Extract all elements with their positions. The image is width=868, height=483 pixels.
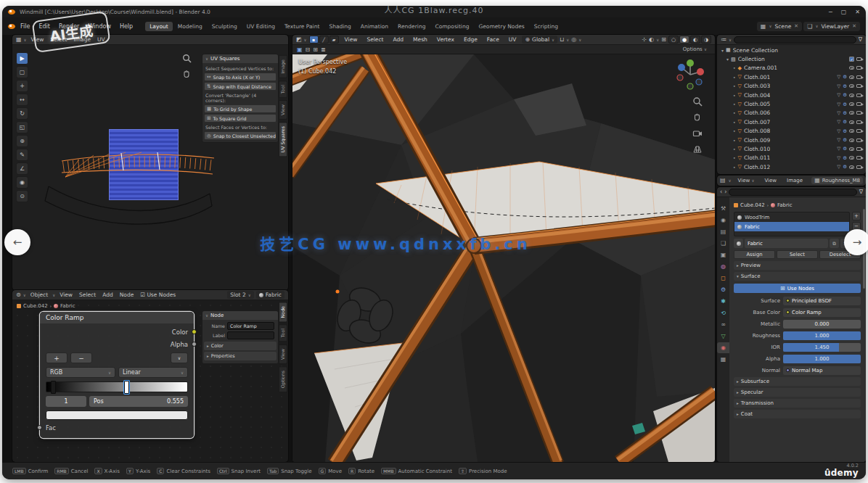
navigation-gizmo[interactable] — [674, 59, 706, 91]
disable-render-toggle[interactable] — [856, 147, 861, 151]
properties-tab[interactable]: ⚒ — [717, 203, 729, 214]
workspace-tab[interactable]: Texture Paint — [280, 22, 324, 31]
expand-icon[interactable]: ▾ — [726, 57, 729, 62]
uv-editor-menu[interactable]: Select — [48, 36, 69, 43]
properties-tab[interactable]: ⚙ — [717, 284, 729, 295]
sidebar-tab[interactable]: Tool — [279, 80, 287, 98]
color-ramp-node[interactable]: Color Ramp Color Alpha + − — [40, 312, 194, 438]
outliner-object-row[interactable]: • ▽ Cloth.008 ▽ ⚙ — [717, 127, 866, 136]
disable-render-toggle[interactable] — [856, 120, 861, 124]
hide-viewport-toggle[interactable] — [849, 139, 854, 142]
overlays-toggle[interactable]: ◐ — [649, 36, 654, 43]
uv-tool-button[interactable]: ∠ — [16, 162, 28, 175]
node-name-field[interactable]: Color Ramp — [227, 322, 274, 330]
edge-select-mode[interactable]: ╱ — [319, 36, 329, 44]
collection-checkbox[interactable]: ✓ — [849, 57, 854, 62]
disable-render-toggle[interactable] — [856, 84, 861, 88]
material-slot-dropdown[interactable]: Slot 2 ∨ — [227, 291, 254, 299]
snap-to-axis-button[interactable]: ↔ Snap to Axis (X or Y) — [204, 73, 277, 81]
material-action-button[interactable]: Assign — [734, 250, 775, 259]
fac-socket[interactable] — [37, 425, 42, 430]
ior-slider[interactable]: 1.450 — [783, 343, 861, 352]
shader-editor-menu[interactable]: Select — [77, 292, 98, 298]
camera-view-icon[interactable] — [692, 128, 703, 139]
disable-render-toggle[interactable] — [856, 139, 861, 142]
alpha-slider[interactable]: 1.000 — [783, 355, 861, 363]
uv-tool-button[interactable]: ◉ — [16, 176, 28, 189]
ramp-stop-0[interactable] — [51, 381, 56, 394]
to-grid-by-shape-button[interactable]: ▦ To Grid by Shape — [204, 104, 277, 113]
blender-menu-icon[interactable] — [8, 24, 15, 29]
add-slot-button[interactable]: + — [852, 212, 861, 220]
menubar-menu[interactable]: File — [17, 22, 33, 30]
properties-tab[interactable]: ◉ — [717, 215, 729, 226]
unlink-icon[interactable]: ✕ — [794, 23, 798, 29]
properties-tab[interactable]: ▤ — [717, 226, 729, 237]
menubar-menu[interactable]: Render — [55, 22, 83, 30]
workspace-tab[interactable]: Shading — [324, 22, 355, 31]
properties-tab[interactable]: ◍ — [717, 261, 729, 272]
to-square-grid-button[interactable]: ⊞ To Square Grid — [204, 114, 277, 123]
sidebar-tab[interactable]: UV Squares — [279, 122, 287, 157]
gizmos-toggle[interactable]: ⊹ — [642, 36, 647, 43]
workspace-tab[interactable]: Layout — [145, 22, 173, 31]
shader-canvas[interactable]: Cube.042 › Fabric Color Ramp Color Alph — [12, 300, 288, 462]
workspace-tab[interactable]: Animation — [356, 22, 393, 31]
snap-magnet-toggle[interactable]: ⊔ — [560, 36, 564, 43]
disable-render-toggle[interactable] — [856, 66, 861, 70]
color-section-header[interactable]: ▸ Color — [204, 342, 277, 350]
hide-viewport-toggle[interactable] — [849, 165, 854, 169]
sidebar-tab[interactable]: View — [279, 100, 287, 120]
image-editor-menu[interactable]: Image — [783, 177, 806, 184]
new-material-button[interactable]: ⧉ — [830, 239, 839, 248]
properties-tab[interactable]: ▣ — [717, 249, 729, 260]
hide-viewport-toggle[interactable] — [849, 156, 854, 160]
expand-icon[interactable]: ▾ — [721, 48, 724, 53]
shading-material[interactable]: ◐ — [690, 36, 700, 44]
hide-viewport-toggle[interactable] — [849, 94, 854, 97]
image-editor-menu[interactable]: View — [761, 177, 780, 184]
viewport-menu[interactable]: Mesh — [409, 36, 431, 44]
disable-render-toggle[interactable] — [856, 165, 861, 169]
shading-solid[interactable]: ● — [679, 36, 689, 44]
preview-panel-header[interactable]: ▸ Preview — [734, 261, 861, 270]
uv-editor-menu[interactable]: View — [29, 36, 46, 43]
back-icon[interactable]: ‹ — [720, 189, 722, 195]
options-dropdown[interactable]: Options ∨ — [679, 46, 711, 53]
workspace-tab[interactable]: Scripting — [530, 22, 562, 31]
use-nodes-checkbox[interactable]: ☑ Use Nodes — [138, 292, 178, 298]
collection-row[interactable]: ▾ ▧ Collection ✓ — [717, 54, 866, 63]
hide-viewport-toggle[interactable] — [849, 147, 854, 151]
workspace-tab[interactable]: Rendering — [393, 22, 430, 31]
outliner-object-row[interactable]: • ▽ Cloth.006 ▽ ⚙ — [717, 109, 866, 117]
workspace-tab[interactable]: Modeling — [173, 22, 207, 31]
hide-viewport-toggle[interactable] — [849, 102, 854, 106]
color-ramp-gradient[interactable] — [46, 381, 188, 392]
scene-collection-row[interactable]: ▾ ▦ Scene Collection — [717, 46, 866, 54]
menubar-menu[interactable]: Window — [84, 22, 115, 30]
stop-color-swatch[interactable] — [46, 410, 188, 420]
uv-squares-panel-header[interactable]: ∨ UV Squares — [202, 54, 278, 63]
ramp-specials-dropdown[interactable]: ∨ — [171, 352, 188, 363]
shader-editor-menu[interactable]: View — [57, 292, 75, 298]
outliner-object-row[interactable]: • ▽ Cloth.003 ▽ ⚙ — [717, 82, 866, 91]
hide-viewport-toggle[interactable] — [849, 75, 854, 79]
previous-arrow-button[interactable]: ← — [4, 229, 30, 255]
outliner-object-row[interactable]: • ◆ Camera.001 ▽ ⚙ — [717, 64, 866, 73]
shader-editor-menu[interactable]: Add — [100, 292, 115, 298]
editor-type-icon[interactable]: ≔ — [721, 37, 726, 43]
perspective-toggle-icon[interactable] — [692, 144, 703, 154]
disable-render-toggle[interactable] — [856, 156, 861, 160]
uv-tool-button[interactable]: ◱ — [16, 121, 28, 133]
metallic-slider[interactable]: 0.000 — [783, 320, 861, 329]
disable-render-toggle[interactable] — [856, 75, 861, 79]
pan-hand-icon[interactable] — [692, 112, 703, 123]
hide-viewport-toggle[interactable] — [849, 66, 854, 70]
outliner-object-row[interactable]: • ▽ Cloth.007 ▽ ⚙ — [717, 117, 866, 126]
material-name-field[interactable]: Fabric — [745, 239, 828, 248]
material-slot[interactable]: WoodTrim — [734, 212, 849, 222]
viewport-menu[interactable]: Add — [390, 36, 408, 44]
uv-editor-menu[interactable]: Image — [72, 36, 94, 43]
workspace-tab[interactable]: Sculpting — [208, 22, 242, 31]
snap-equal-distance-button[interactable]: ⇅ Snap with Equal Distance — [204, 82, 277, 91]
